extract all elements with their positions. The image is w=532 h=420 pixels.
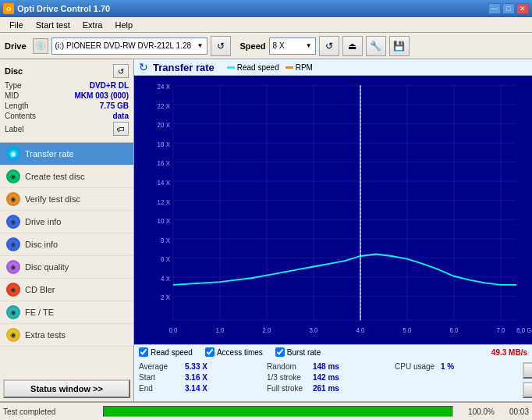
maximize-button[interactable]: □ bbox=[502, 3, 515, 14]
stats-col-3: CPU usage 1 % bbox=[395, 362, 520, 398]
disc-contents-label: Contents bbox=[5, 112, 36, 120]
stat-cpu-label: CPU usage bbox=[395, 362, 438, 371]
nav-transfer-rate[interactable]: ◉ Transfer rate bbox=[0, 143, 133, 166]
menu-help[interactable]: Help bbox=[108, 19, 139, 31]
stat-end-value: 3.14 X bbox=[185, 384, 207, 393]
start-part-button[interactable]: Start part bbox=[523, 382, 532, 398]
stat-cpu: CPU usage 1 % bbox=[395, 362, 520, 371]
chart-area: ↻ Transfer rate Read speed RPM bbox=[134, 59, 532, 401]
disc-section: Disc ↺ Type DVD+R DL MID MKM 003 (000) L… bbox=[0, 59, 133, 143]
svg-text:3.0: 3.0 bbox=[309, 326, 317, 334]
stats-col-1: Average 5.33 X Start 3.16 X End 3.14 X bbox=[139, 362, 264, 398]
nav-label-transfer-rate: Transfer rate bbox=[25, 149, 74, 158]
drive-refresh-button[interactable]: ↺ bbox=[211, 36, 231, 56]
nav-label-fe-te: FE / TE bbox=[25, 308, 54, 317]
checkbox-burst-rate[interactable]: Burst rate bbox=[275, 347, 321, 357]
disc-length-row: Length 7.75 GB bbox=[5, 101, 129, 110]
disc-label-row: Label 🏷 bbox=[5, 122, 129, 136]
minimize-button[interactable]: — bbox=[488, 3, 501, 14]
stat-stroke1-label: 1/3 stroke bbox=[267, 373, 310, 382]
nav-cd-bler[interactable]: ◉ CD Bler bbox=[0, 279, 133, 301]
eject-button[interactable]: ⏏ bbox=[342, 36, 363, 56]
toolbar: Drive 💿 (i:) PIONEER DVD-RW DVR-212L 1.2… bbox=[0, 33, 532, 59]
disc-label-icon[interactable]: 🏷 bbox=[113, 122, 129, 136]
disc-title: Disc bbox=[5, 66, 23, 76]
drive-dropdown-arrow: ▼ bbox=[197, 42, 204, 49]
disc-length-value: 7.75 GB bbox=[100, 101, 129, 110]
chart-canvas: 24 X 22 X 20 X 18 X 16 X 14 X 12 X 10 X … bbox=[134, 76, 532, 344]
chart-title: Transfer rate bbox=[153, 62, 215, 73]
svg-text:4.0: 4.0 bbox=[356, 326, 364, 334]
title-bar: O Opti Drive Control 1.70 — □ ✕ bbox=[0, 0, 532, 17]
svg-text:22 X: 22 X bbox=[158, 101, 170, 110]
nav-disc-quality[interactable]: ◉ Disc quality bbox=[0, 256, 133, 279]
speed-dropdown[interactable]: 8 X ▼ bbox=[269, 37, 316, 55]
refresh-button[interactable]: ↺ bbox=[319, 36, 339, 56]
stat-start: Start 3.16 X bbox=[139, 373, 264, 382]
progress-text: 100.0% bbox=[459, 408, 495, 416]
nav-disc-info[interactable]: ◉ Disc info bbox=[0, 233, 133, 256]
nav-label-create-test-disc: Create test disc bbox=[25, 172, 84, 181]
nav-icon-drive-info: ◉ bbox=[6, 215, 20, 229]
menu-start-test[interactable]: Start test bbox=[30, 19, 76, 31]
svg-text:2 X: 2 X bbox=[161, 294, 170, 302]
svg-text:6.0: 6.0 bbox=[449, 326, 458, 334]
nav-icon-disc-quality: ◉ bbox=[6, 260, 20, 274]
disc-refresh-button[interactable]: ↺ bbox=[113, 64, 129, 78]
nav-create-test-disc[interactable]: ◉ Create test disc bbox=[0, 166, 133, 188]
disc-label-label: Label bbox=[5, 125, 23, 133]
drive-dropdown[interactable]: (i:) PIONEER DVD-RW DVR-212L 1.28 ▼ bbox=[51, 37, 207, 55]
nav-drive-info[interactable]: ◉ Drive info bbox=[0, 211, 133, 233]
progress-bar bbox=[104, 407, 452, 416]
stat-random: Random 148 ms bbox=[267, 362, 392, 371]
disc-type-value: DVD+R DL bbox=[90, 81, 129, 90]
disc-header: Disc ↺ bbox=[5, 64, 129, 78]
svg-text:24 X: 24 X bbox=[158, 82, 170, 91]
settings-button[interactable]: 🔧 bbox=[366, 36, 386, 56]
svg-text:4 X: 4 X bbox=[161, 274, 170, 283]
checkbox-read-speed[interactable]: Read speed bbox=[139, 347, 193, 357]
nav-label-drive-info: Drive info bbox=[25, 217, 61, 226]
drive-label: Drive bbox=[5, 41, 27, 51]
close-button[interactable]: ✕ bbox=[516, 3, 529, 14]
nav-label-extra-tests: Extra tests bbox=[25, 330, 66, 340]
nav-icon-create-test-disc: ◉ bbox=[6, 169, 20, 183]
nav-verify-test-disc[interactable]: ◉ Verify test disc bbox=[0, 188, 133, 211]
svg-text:6 X: 6 X bbox=[161, 255, 170, 264]
disc-type-row: Type DVD+R DL bbox=[5, 81, 129, 90]
progress-container bbox=[103, 406, 453, 417]
svg-text:8.0 GB: 8.0 GB bbox=[516, 326, 532, 334]
stat-random-value: 148 ms bbox=[313, 362, 339, 371]
stat-average-label: Average bbox=[139, 362, 182, 371]
nav-icon-cd-bler: ◉ bbox=[6, 283, 20, 297]
stat-end-label: End bbox=[139, 384, 182, 393]
start-full-button[interactable]: Start full bbox=[523, 362, 532, 379]
nav-icon-extra-tests: ◉ bbox=[6, 328, 20, 342]
disc-contents-row: Contents data bbox=[5, 112, 129, 120]
menu-bar: File Start test Extra Help bbox=[0, 17, 532, 33]
nav-fe-te[interactable]: ◉ FE / TE bbox=[0, 301, 133, 324]
chart-header: ↻ Transfer rate Read speed RPM bbox=[134, 59, 532, 76]
svg-text:2.0: 2.0 bbox=[262, 326, 271, 334]
svg-text:7.0: 7.0 bbox=[496, 326, 505, 334]
save-button[interactable]: 💾 bbox=[389, 36, 410, 56]
stats-grid: Average 5.33 X Start 3.16 X End 3.14 X R… bbox=[134, 359, 532, 401]
menu-extra[interactable]: Extra bbox=[76, 19, 109, 31]
chart-controls: Read speed Access times Burst rate 49.3 … bbox=[134, 344, 532, 359]
speed-label: Speed bbox=[240, 41, 266, 51]
nav-label-verify-test-disc: Verify test disc bbox=[25, 194, 80, 204]
svg-rect-0 bbox=[134, 76, 532, 344]
svg-text:10 X: 10 X bbox=[158, 216, 170, 225]
nav-extra-tests[interactable]: ◉ Extra tests bbox=[0, 324, 133, 347]
legend-rpm: RPM bbox=[286, 63, 313, 72]
nav-items: ◉ Transfer rate ◉ Create test disc ◉ Ver… bbox=[0, 143, 133, 376]
disc-contents-value[interactable]: data bbox=[112, 112, 129, 120]
menu-file[interactable]: File bbox=[3, 19, 30, 31]
svg-text:8 X: 8 X bbox=[161, 236, 170, 244]
disc-mid-value: MKM 003 (000) bbox=[75, 91, 129, 100]
nav-label-cd-bler: CD Bler bbox=[25, 285, 55, 294]
status-window-button[interactable]: Status window >> bbox=[3, 379, 130, 398]
nav-icon-disc-info: ◉ bbox=[6, 237, 20, 251]
svg-text:14 X: 14 X bbox=[158, 178, 170, 187]
checkbox-access-times[interactable]: Access times bbox=[205, 347, 263, 357]
